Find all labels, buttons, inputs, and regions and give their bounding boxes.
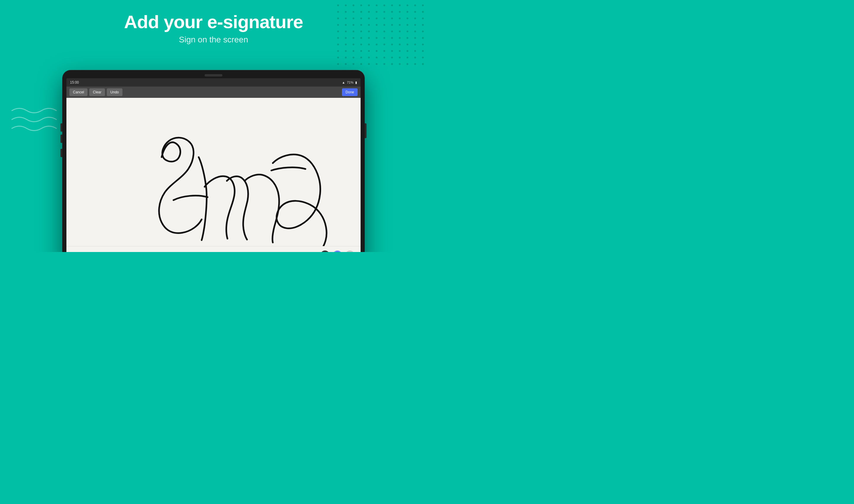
battery-percent: 71% bbox=[347, 80, 354, 84]
signature-canvas[interactable] bbox=[67, 98, 360, 246]
svg-point-89 bbox=[376, 50, 377, 52]
tablet-camera bbox=[204, 74, 223, 76]
svg-point-108 bbox=[337, 63, 339, 65]
wave-lines bbox=[9, 103, 62, 139]
svg-point-119 bbox=[422, 63, 424, 65]
cancel-button[interactable]: Cancel bbox=[69, 88, 88, 96]
header: Add your e-signature Sign on the screen bbox=[0, 0, 427, 44]
svg-point-100 bbox=[368, 57, 370, 58]
done-button[interactable]: Done bbox=[342, 88, 358, 96]
page-title: Add your e-signature bbox=[0, 12, 427, 32]
svg-point-92 bbox=[399, 50, 401, 52]
status-bar: 15:00 ▲ 71% ▮ bbox=[67, 78, 360, 87]
svg-point-85 bbox=[345, 50, 346, 52]
volume-down-button bbox=[60, 134, 62, 143]
svg-point-118 bbox=[414, 63, 416, 65]
right-side-button bbox=[365, 123, 367, 138]
svg-point-117 bbox=[407, 63, 408, 65]
wifi-icon: ▲ bbox=[342, 80, 345, 84]
svg-point-94 bbox=[414, 50, 416, 52]
tablet-top-bar bbox=[67, 74, 360, 76]
svg-point-98 bbox=[353, 57, 354, 58]
svg-point-86 bbox=[353, 50, 354, 52]
svg-point-111 bbox=[360, 63, 362, 65]
tablet-device: 15:00 ▲ 71% ▮ Cancel Clear Undo Done bbox=[62, 70, 365, 252]
svg-point-110 bbox=[353, 63, 354, 65]
svg-point-106 bbox=[414, 57, 416, 58]
page-subtitle: Sign on the screen bbox=[0, 35, 427, 44]
tablet-side-buttons-left bbox=[60, 123, 62, 157]
svg-point-112 bbox=[368, 63, 370, 65]
svg-point-104 bbox=[399, 57, 401, 58]
bottom-bar: ✕ bbox=[67, 246, 360, 252]
svg-point-103 bbox=[391, 57, 393, 58]
svg-point-107 bbox=[422, 57, 424, 58]
svg-point-97 bbox=[345, 57, 346, 58]
svg-point-115 bbox=[391, 63, 393, 65]
svg-point-93 bbox=[407, 50, 408, 52]
color-picker bbox=[320, 251, 355, 252]
color-dot-dark[interactable] bbox=[320, 251, 330, 252]
status-icons: ▲ 71% ▮ bbox=[342, 80, 357, 85]
signature-drawing bbox=[67, 98, 360, 246]
svg-point-109 bbox=[345, 63, 346, 65]
svg-point-87 bbox=[360, 50, 362, 52]
svg-point-99 bbox=[360, 57, 362, 58]
svg-point-95 bbox=[422, 50, 424, 52]
svg-point-91 bbox=[391, 50, 393, 52]
svg-point-114 bbox=[384, 63, 385, 65]
svg-point-84 bbox=[337, 50, 339, 52]
svg-point-102 bbox=[384, 57, 385, 58]
x-marker: ✕ bbox=[72, 252, 77, 252]
svg-point-96 bbox=[337, 57, 339, 58]
toolbar: Cancel Clear Undo Done bbox=[67, 87, 360, 98]
status-time: 15:00 bbox=[70, 80, 79, 85]
svg-point-101 bbox=[376, 57, 377, 58]
svg-point-105 bbox=[407, 57, 408, 58]
svg-point-116 bbox=[399, 63, 401, 65]
volume-up-button bbox=[60, 123, 62, 132]
tablet-screen: 15:00 ▲ 71% ▮ Cancel Clear Undo Done bbox=[67, 78, 360, 252]
tablet-side-button-right bbox=[365, 123, 367, 138]
battery-icon: ▮ bbox=[355, 80, 357, 85]
svg-point-113 bbox=[376, 63, 377, 65]
color-dot-light[interactable] bbox=[345, 251, 355, 252]
undo-button[interactable]: Undo bbox=[107, 88, 123, 96]
svg-point-90 bbox=[384, 50, 385, 52]
clear-button[interactable]: Clear bbox=[89, 88, 105, 96]
power-button bbox=[60, 149, 62, 157]
color-dot-blue[interactable] bbox=[333, 251, 342, 252]
svg-point-88 bbox=[368, 50, 370, 52]
